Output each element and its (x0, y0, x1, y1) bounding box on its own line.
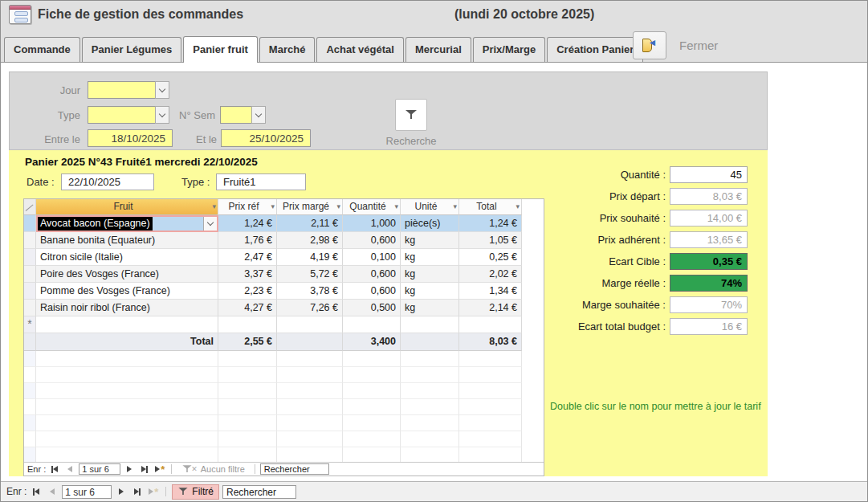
tab-prix-marge[interactable]: Prix/Marge (473, 37, 545, 62)
table-cell[interactable]: 4,19 € (277, 249, 343, 266)
next-record-button[interactable] (115, 487, 128, 497)
table-cell[interactable] (277, 316, 343, 333)
nsem-combo-arrow[interactable] (251, 106, 266, 124)
table-cell[interactable]: 3,78 € (277, 283, 343, 300)
row-selector[interactable] (24, 283, 36, 300)
table-cell[interactable]: 2,47 € (218, 249, 277, 266)
table-cell (343, 399, 401, 415)
column-dropdown-icon[interactable]: ▾ (212, 199, 216, 214)
tab-panier-fruit[interactable]: Panier fruit (183, 36, 258, 63)
date-from-field[interactable]: 18/10/2025 (88, 129, 173, 147)
table-cell[interactable]: 1,000 (343, 215, 401, 232)
table-cell (277, 367, 343, 383)
table-cell (401, 415, 459, 431)
tab-creation-panier[interactable]: Création Panier (547, 37, 643, 62)
first-record-button[interactable] (48, 464, 61, 475)
record-position[interactable]: 1 sur 6 (79, 463, 120, 475)
tab-marche[interactable]: Marché (259, 37, 316, 62)
application-window: Fiche de gestion des commandes (lundi 20… (0, 0, 868, 502)
table-cell[interactable]: Poire des Vosges (France) (36, 266, 218, 283)
table-cell[interactable]: Raisin noir ribol (France) (36, 300, 218, 316)
filtered-button[interactable]: Filtré (172, 484, 219, 500)
row-selector[interactable] (24, 266, 36, 283)
jour-combo-arrow[interactable] (155, 81, 169, 99)
summary-row-marge-souhaitee: Marge souhaitée :70% (450, 296, 748, 313)
row-selector[interactable] (24, 232, 36, 249)
table-cell[interactable]: 1,76 € (218, 232, 277, 249)
main-search-input[interactable]: Rechercher (222, 485, 296, 499)
selected-cell-text: Avocat bacon (Espagne) (38, 217, 153, 231)
table-cell[interactable]: Pomme des Vosges (France) (36, 283, 218, 300)
no-filter-button[interactable]: ✕ Aucun filtre (177, 463, 250, 475)
row-selector[interactable] (24, 215, 36, 232)
summary-row-quantite: Quantité :45 (450, 166, 748, 183)
tab-panier-legumes[interactable]: Panier Légumes (82, 37, 181, 62)
table-cell (218, 415, 277, 431)
table-cell[interactable]: 0,500 (343, 300, 401, 316)
nsem-combo[interactable] (220, 106, 252, 124)
form-icon (9, 5, 31, 24)
row-selector (24, 431, 36, 447)
new-record-button[interactable]: * (147, 487, 160, 497)
column-header-fruit[interactable]: Fruit▾ (36, 199, 218, 215)
fruit-combo-cell[interactable]: Avocat bacon (Espagne) (36, 215, 218, 232)
panier-type-field[interactable]: Fruité1 (216, 173, 306, 190)
table-cell[interactable]: Citron sicile (Italie) (36, 249, 218, 266)
table-cell[interactable]: 1,24 € (218, 215, 277, 232)
cell-combo-arrow[interactable] (203, 217, 217, 231)
table-row: Citron sicile (Italie)2,47 €4,19 €0,100k… (24, 249, 522, 266)
column-dropdown-icon[interactable]: ▾ (271, 199, 275, 214)
table-cell[interactable]: 2,98 € (277, 232, 343, 249)
table-cell[interactable]: 7,26 € (277, 300, 343, 316)
column-header-prix-marge[interactable]: Prix margé▾ (277, 199, 343, 215)
tab-mercurial[interactable]: Mercurial (405, 37, 471, 62)
column-dropdown-icon[interactable]: ▾ (394, 199, 398, 214)
table-cell[interactable]: Banane bonita (Equateur) (36, 232, 218, 249)
column-dropdown-icon[interactable]: ▾ (336, 199, 340, 214)
next-record-button[interactable] (123, 464, 136, 475)
summary-field-quantite[interactable]: 45 (670, 166, 748, 183)
type-combo-arrow[interactable] (155, 106, 169, 124)
table-cell[interactable]: 0,600 (343, 232, 401, 249)
first-record-button[interactable] (30, 487, 43, 497)
panier-date-field[interactable]: 22/10/2025 (61, 173, 154, 190)
total-cell: 3,400 (343, 333, 401, 351)
table-cell[interactable]: 0,600 (343, 283, 401, 300)
subform-search-input[interactable]: Rechercher (260, 463, 329, 475)
table-cell[interactable]: 0,100 (343, 249, 401, 266)
previous-record-button[interactable] (46, 487, 59, 497)
new-record-star-icon: * (27, 317, 31, 330)
table-cell[interactable] (343, 316, 401, 333)
last-record-button[interactable] (131, 487, 144, 497)
table-cell[interactable]: 2,23 € (218, 283, 277, 300)
row-selector (24, 447, 36, 463)
table-cell[interactable]: 5,72 € (277, 266, 343, 283)
table-cell[interactable] (218, 316, 277, 333)
row-selector (24, 399, 36, 415)
tab-achat-vegetal[interactable]: Achat végétal (316, 37, 404, 62)
record-position[interactable]: 1 sur 6 (62, 485, 112, 499)
table-cell[interactable] (36, 316, 218, 333)
table-cell[interactable]: 2,11 € (277, 215, 343, 232)
row-selector[interactable] (24, 249, 36, 266)
search-button[interactable] (395, 99, 427, 131)
close-button[interactable]: ◄ (633, 31, 666, 59)
new-record-button[interactable]: * (153, 464, 166, 475)
table-cell (343, 383, 401, 399)
type-combo[interactable] (88, 106, 156, 124)
column-header-prix-ref[interactable]: Prix réf▾ (218, 199, 277, 215)
tab-commande[interactable]: Commande (4, 37, 80, 62)
date-to-field[interactable]: 25/10/2025 (221, 129, 311, 147)
new-record-selector[interactable]: * (24, 316, 36, 333)
column-header-quantite[interactable]: Quantité▾ (343, 199, 401, 215)
table-cell[interactable]: 3,37 € (218, 266, 277, 283)
select-all-corner[interactable] (24, 199, 36, 215)
datasheet-grid: Fruit▾Prix réf▾Prix margé▾Quantité▾Unité… (24, 199, 522, 463)
table-row: Poire des Vosges (France)3,37 €5,72 €0,6… (24, 266, 522, 283)
previous-record-button[interactable] (63, 464, 76, 475)
table-cell[interactable]: 4,27 € (218, 300, 277, 316)
table-cell[interactable]: 0,600 (343, 266, 401, 283)
row-selector[interactable] (24, 300, 36, 316)
jour-combo[interactable] (88, 81, 156, 99)
last-record-button[interactable] (138, 464, 151, 475)
